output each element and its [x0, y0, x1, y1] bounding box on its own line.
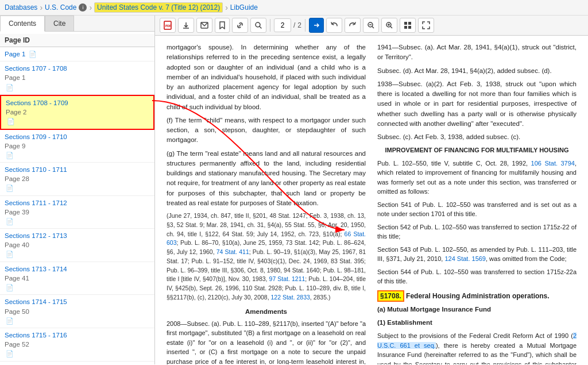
breadcrumb-sep-2: › [89, 3, 92, 12]
sidebar-item-s1708-page: Page 2 [6, 107, 149, 117]
email-button[interactable] [196, 18, 212, 33]
breadcrumb-databases[interactable]: Databases [5, 3, 37, 11]
pdf-button[interactable]: PDF [160, 18, 176, 33]
section-title-text: Federal Housing Administration operation… [406, 292, 550, 300]
sidebar-item-s1709-title: Sections 1709 - 1710 [5, 132, 150, 141]
tab-cite[interactable]: Cite [45, 16, 74, 31]
section-number-badge: §1708. [377, 290, 404, 302]
redo-button[interactable] [345, 18, 361, 33]
para-f: (f) The term "child" means, with respect… [167, 116, 366, 145]
sidebar-item-s1715[interactable]: Sections 1715 - 1716 Page 52 📄 [0, 328, 154, 362]
sidebar-item-s1712-title: Sections 1712 - 1713 [5, 231, 150, 240]
page-id-header: Page ID [0, 34, 154, 47]
sidebar-item-s1714-page: Page 50 [5, 307, 150, 316]
sidebar-item-s1711[interactable]: Sections 1711 - 1712 Page 39 📄 [0, 196, 154, 229]
zoom-in-button[interactable] [381, 18, 397, 33]
stat3794-link[interactable]: 106 Stat. 3794 [531, 160, 575, 167]
sidebar-item-s1710-title: Sections 1710 - 1711 [5, 165, 150, 174]
doc-icon-s1711: 📄 [6, 218, 14, 225]
stat2833-link[interactable]: 122 Stat. 2833 [271, 294, 310, 301]
total-pages-value: 2 [297, 21, 301, 29]
sidebar-item-s1716[interactable]: Sections 1716 - 1717 Page 212 📄 [0, 362, 154, 364]
doc-icon-s1712: 📄 [6, 251, 14, 258]
breadcrumb-sep-1: › [40, 3, 42, 12]
breadcrumb-title12[interactable]: United States Code v. 7 (Title 12) (2012… [97, 3, 220, 11]
breadcrumb-libguide[interactable]: LibGuide [230, 3, 258, 11]
sidebar-item-s1709-page: Page 9 [5, 141, 150, 151]
doc-icon-s1715: 📄 [6, 350, 14, 357]
sidebar-item-page1-title: Page 1 [5, 51, 25, 57]
subsubsection-1: (1) Establishment [377, 318, 577, 328]
sidebar-item-s1708-title: Sections 1708 - 1709 [6, 98, 149, 107]
stat1211-link[interactable]: 97 Stat. 1211 [269, 275, 305, 282]
bookmark-button[interactable] [215, 18, 230, 33]
sidebar-item-s1714-title: Sections 1714 - 1715 [5, 297, 150, 306]
subsection-a: (a) Mutual Mortgage Insurance Fund [377, 305, 577, 314]
doc-icon-s1709: 📄 [6, 152, 14, 159]
undo-button[interactable] [326, 18, 342, 33]
sidebar-item-s1715-page: Page 52 [5, 340, 150, 349]
stat1569-link[interactable]: 124 Stat. 1569 [444, 255, 486, 262]
stat411-link[interactable]: 74 Stat. 411 [216, 248, 249, 255]
right-col-4: Subsec. (c). Act Feb. 3, 1938, added sub… [377, 132, 577, 142]
svg-rect-8 [404, 26, 407, 29]
doc-content: mortgagor's spouse). In determining whet… [155, 36, 588, 364]
sidebar-item-s1714[interactable]: Sections 1714 - 1715 Page 50 📄 [0, 295, 154, 328]
doc-icon-s1708: 📄 [7, 118, 15, 125]
sidebar-item-s1710[interactable]: Sections 1710 - 1711 Page 28 📄 [0, 163, 154, 196]
page-number-input[interactable] [274, 18, 291, 32]
sidebar-item-s1707[interactable]: Sections 1707 - 1708 Page 1 📄 [0, 62, 154, 95]
amendments-header: Amendments [167, 307, 366, 317]
info-icon[interactable]: i [79, 3, 87, 11]
sidebar-item-s1713[interactable]: Sections 1713 - 1714 Page 41 📄 [0, 262, 154, 295]
doc-icon-s1707: 📄 [6, 84, 14, 91]
improvement-header: Improvement of Financing for Multifamily… [377, 145, 577, 155]
zoom-out-button[interactable] [363, 18, 379, 33]
stat603-link[interactable]: 66 Stat. 603 [167, 230, 366, 247]
download-button[interactable] [178, 18, 194, 33]
expand-button[interactable] [418, 18, 434, 33]
usc661-link[interactable]: 2 U.S.C. 661 et seq. [377, 332, 577, 349]
toolbar: PDF / 2 [155, 16, 588, 36]
sidebar-item-s1712[interactable]: Sections 1712 - 1713 Page 40 📄 [0, 229, 154, 262]
section-543-text: Section 543 of Pub. L. 102–550, as amend… [377, 245, 577, 264]
section-number-title: §1708. Federal Housing Administration op… [377, 291, 577, 301]
sidebar-item-s1715-title: Sections 1715 - 1716 [5, 331, 150, 340]
sidebar-item-page1[interactable]: Page 1 📄 [0, 47, 154, 62]
doc-icon-s1713: 📄 [6, 284, 14, 291]
svg-text:PDF: PDF [165, 24, 171, 28]
doc-icon: 📄 [29, 51, 37, 57]
doc-icon-s1710: 📄 [6, 185, 14, 191]
right-col-3: 1938—Subsec. (a)(2). Act Feb. 3, 1938, s… [377, 79, 577, 129]
breadcrumb-uscode[interactable]: U.S. Code [45, 3, 76, 11]
establishment-text: Subject to the provisions of the Federal… [377, 331, 577, 364]
section-544-text: Section 544 of Pub. L. 102–550 was trans… [377, 267, 577, 286]
sidebar-item-s1707-title: Sections 1707 - 1708 [5, 64, 150, 73]
sidebar-item-s1708[interactable]: Sections 1708 - 1709 Page 2 📄 [0, 95, 154, 130]
toolbar-sep-2 [305, 19, 305, 32]
navigate-forward-button[interactable] [309, 18, 324, 33]
doc-icon-s1714: 📄 [6, 317, 14, 324]
intro-paragraph: mortgagor's spouse). In determining whet… [167, 43, 366, 112]
sidebar-item-s1711-title: Sections 1711 - 1712 [5, 198, 150, 208]
content-area: PDF / 2 [155, 16, 588, 364]
section-542-text: Section 542 of Pub. L. 102–550 was trans… [377, 222, 577, 241]
section-541-text: Section 541 of Pub. L. 102–550 was trans… [377, 200, 577, 219]
sidebar-item-s1716-title: Sections 1716 - 1717 [5, 364, 150, 364]
improvement-text: Pub. L. 102–550, title V, subtitle C, Oc… [377, 159, 577, 197]
right-col-2: Subsec. (d). Act Mar. 28, 1941, §4(a)(2)… [377, 66, 577, 76]
svg-rect-6 [404, 22, 407, 25]
sidebar-item-s1709[interactable]: Sections 1709 - 1710 Page 9 📄 [0, 130, 154, 163]
tab-contents[interactable]: Contents [0, 16, 45, 32]
sidebar-item-s1710-page: Page 28 [5, 174, 150, 183]
toolbar-sep-1 [270, 19, 270, 32]
grid-view-button[interactable] [400, 18, 416, 33]
sidebar: Contents Cite Page ID Page 1 📄 Sections … [0, 16, 155, 364]
breadcrumb-sep-3: › [225, 3, 228, 12]
sidebar-item-s1713-page: Page 41 [5, 274, 150, 283]
para-g: (g) The term "real estate" means land an… [167, 149, 366, 209]
search-button[interactable] [250, 18, 266, 33]
sidebar-item-s1713-title: Sections 1713 - 1714 [5, 264, 150, 274]
sidebar-item-s1712-page: Page 40 [5, 240, 150, 249]
link-button[interactable] [232, 18, 248, 33]
